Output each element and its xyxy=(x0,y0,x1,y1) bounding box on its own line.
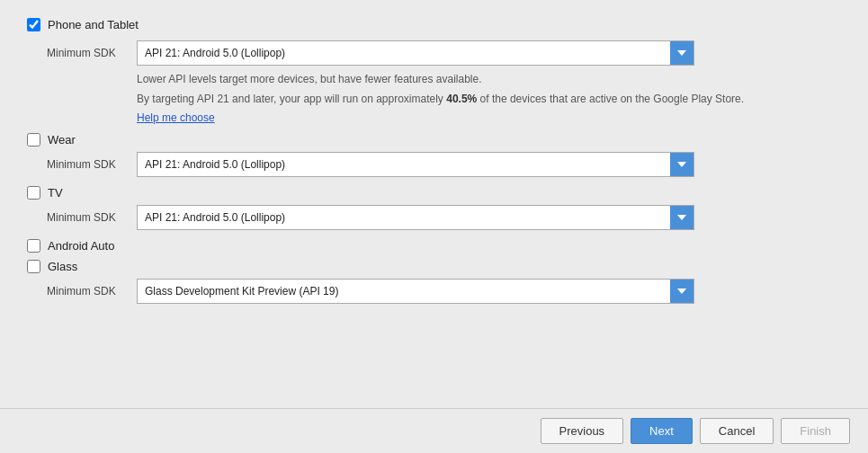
wear-sdk-select[interactable]: API 21: Android 5.0 (Lollipop) xyxy=(137,152,694,177)
glass-label: Glass xyxy=(48,260,77,273)
info2-bold: 40.5% xyxy=(446,93,477,105)
wear-checkbox[interactable] xyxy=(27,133,40,147)
tv-sdk-value: API 21: Android 5.0 (Lollipop) xyxy=(138,208,670,227)
phone-sdk-label: Minimum SDK xyxy=(47,47,137,59)
svg-marker-2 xyxy=(677,215,686,220)
glass-sdk-select[interactable]: Glass Development Kit Preview (API 19) xyxy=(137,279,694,304)
tv-sdk-label: Minimum SDK xyxy=(47,211,137,224)
glass-checkbox[interactable] xyxy=(27,260,40,273)
finish-button[interactable]: Finish xyxy=(781,418,850,444)
tv-label: TV xyxy=(48,186,63,200)
previous-button[interactable]: Previous xyxy=(541,418,624,444)
tv-sdk-select[interactable]: API 21: Android 5.0 (Lollipop) xyxy=(137,205,694,230)
glass-sdk-value: Glass Development Kit Preview (API 19) xyxy=(138,281,670,301)
android-auto-checkbox[interactable] xyxy=(27,239,40,253)
phone-tablet-label: Phone and Tablet xyxy=(48,18,139,31)
info2-start: By targeting API 21 and later, your app … xyxy=(137,93,446,105)
phone-tablet-checkbox[interactable] xyxy=(27,18,40,31)
wear-label: Wear xyxy=(48,133,76,147)
phone-sdk-dropdown-btn[interactable] xyxy=(670,41,694,65)
wear-sdk-label: Minimum SDK xyxy=(47,158,137,171)
footer: Previous Next Cancel Finish xyxy=(0,408,868,453)
info2-end: of the devices that are active on the Go… xyxy=(477,93,744,105)
next-button[interactable]: Next xyxy=(631,418,693,444)
svg-marker-1 xyxy=(677,162,686,167)
svg-marker-0 xyxy=(677,50,686,56)
glass-sdk-dropdown-btn[interactable] xyxy=(670,280,694,303)
info-text-1: Lower API levels target more devices, bu… xyxy=(137,71,841,87)
phone-sdk-select[interactable]: API 21: Android 5.0 (Lollipop) xyxy=(137,40,694,66)
svg-marker-3 xyxy=(677,289,686,294)
info-text-2: By targeting API 21 and later, your app … xyxy=(137,91,841,107)
phone-sdk-value: API 21: Android 5.0 (Lollipop) xyxy=(138,43,670,63)
help-me-choose-link[interactable]: Help me choose xyxy=(137,111,215,124)
tv-checkbox[interactable] xyxy=(27,186,40,200)
tv-sdk-dropdown-btn[interactable] xyxy=(670,206,694,229)
cancel-button[interactable]: Cancel xyxy=(700,418,774,444)
wear-sdk-value: API 21: Android 5.0 (Lollipop) xyxy=(138,155,670,174)
glass-sdk-label: Minimum SDK xyxy=(47,285,137,298)
wear-sdk-dropdown-btn[interactable] xyxy=(670,153,694,176)
android-auto-label: Android Auto xyxy=(48,239,114,253)
